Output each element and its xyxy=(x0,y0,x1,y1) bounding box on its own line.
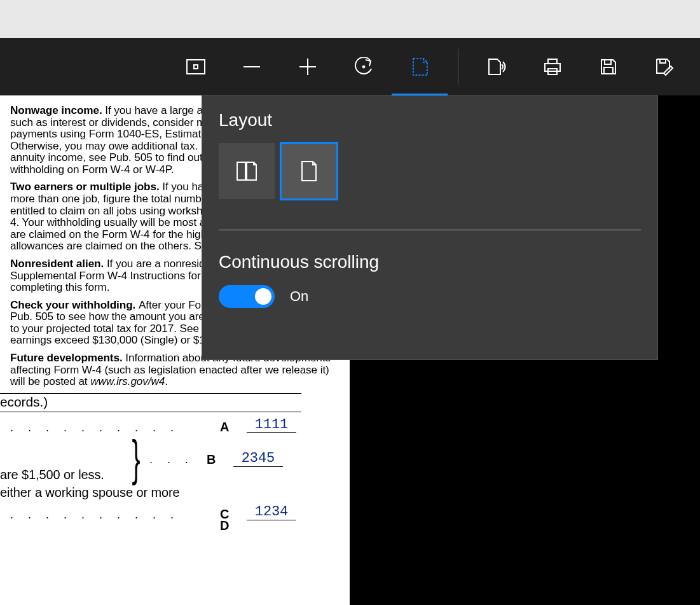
app-chrome-strip xyxy=(0,0,700,38)
svg-rect-0 xyxy=(187,60,205,74)
row-b-text: are $1,500 or less. xyxy=(0,468,342,482)
zoom-out-icon[interactable] xyxy=(240,55,263,78)
brace-icon: } xyxy=(132,443,140,473)
read-aloud-icon[interactable] xyxy=(485,55,508,78)
continuous-scrolling-heading: Continuous scrolling xyxy=(219,252,641,272)
field-value-c[interactable]: 1234 xyxy=(247,504,296,520)
toggle-state-label: On xyxy=(290,288,308,305)
svg-rect-10 xyxy=(604,67,613,74)
worksheet-row-c: . . . . . . . . . . C 1234 xyxy=(10,500,342,522)
layout-options xyxy=(219,143,641,199)
continuous-scrolling-toggle-row: On xyxy=(219,285,641,308)
save-as-icon[interactable] xyxy=(653,55,676,78)
worksheet-row-a: . . . . . . . . . . A 1111 xyxy=(10,412,342,434)
svg-rect-9 xyxy=(605,60,611,64)
fit-page-icon[interactable] xyxy=(184,55,207,78)
toggle-knob xyxy=(255,288,271,305)
svg-point-5 xyxy=(362,66,365,68)
svg-rect-1 xyxy=(194,65,198,69)
field-value-a[interactable]: 1111 xyxy=(247,417,296,433)
records-fragment: ecords.) xyxy=(0,395,342,410)
zoom-in-icon[interactable] xyxy=(296,55,319,78)
svg-rect-12 xyxy=(237,162,245,180)
layout-icon[interactable] xyxy=(408,55,431,78)
toolbar-separator xyxy=(458,49,458,85)
svg-rect-7 xyxy=(548,59,557,64)
print-icon[interactable] xyxy=(541,55,564,78)
svg-rect-6 xyxy=(545,64,560,71)
layout-heading: Layout xyxy=(219,110,641,130)
divider xyxy=(0,393,301,394)
flyout-divider xyxy=(219,230,641,230)
rotate-icon[interactable] xyxy=(352,55,375,78)
continuous-scrolling-toggle[interactable] xyxy=(219,285,275,308)
svg-rect-11 xyxy=(660,59,666,63)
field-value-b[interactable]: 2345 xyxy=(233,451,283,467)
layout-two-page-button[interactable] xyxy=(219,143,275,199)
row-c-text: either a working spouse or more xyxy=(0,486,342,500)
layout-single-page-button[interactable] xyxy=(281,143,337,199)
save-icon[interactable] xyxy=(597,55,620,78)
toolbar xyxy=(0,38,700,95)
worksheet-row-d: D xyxy=(10,522,342,533)
layout-flyout: Layout Continuous scrolling On xyxy=(202,95,658,360)
pdf-viewer: Nonwage income. If you have a large amou… xyxy=(0,38,700,605)
